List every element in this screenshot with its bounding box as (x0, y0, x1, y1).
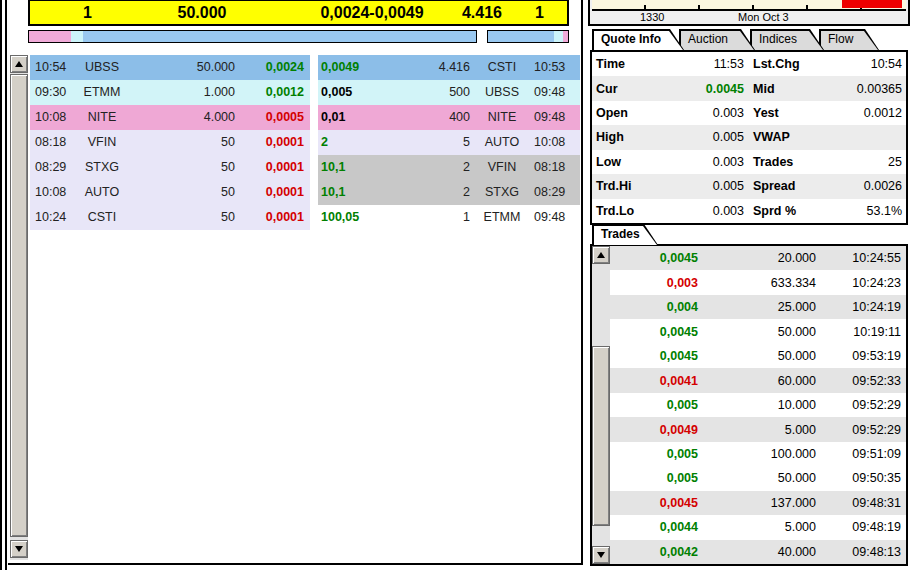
column-gap (310, 80, 318, 105)
quote-field-value: 0.0012 (822, 106, 906, 120)
quote-field-label: Trd.Hi (592, 179, 656, 193)
arrow-down-icon (15, 546, 23, 552)
tab-label: Quote Info (601, 32, 661, 46)
ask-price: 10,1 (318, 180, 410, 205)
tab-quote-info[interactable]: Quote Info (592, 29, 684, 50)
quote-field-label: Mid (744, 82, 822, 96)
market-depth-row[interactable]: 08:29 STXG 50 0,0001 10,1 2 VFIN 08:18 (30, 155, 580, 180)
trade-price: 0,0042 (610, 545, 698, 559)
bid-size: 4.000 (130, 105, 240, 130)
trade-size: 5.000 (698, 423, 816, 437)
depth-segment-cyan (71, 31, 83, 42)
trade-size: 50.000 (698, 349, 816, 363)
ask-quote-time: 09:48 (530, 105, 580, 130)
ask-market-maker: STXG (474, 180, 530, 205)
tab-trades[interactable]: Trades (592, 224, 658, 245)
quote-field-value: 0.005 (656, 179, 744, 193)
quote-field-value: 53.1% (822, 204, 906, 218)
trade-size: 60.000 (698, 374, 816, 388)
bid-quote-time: 10:24 (30, 205, 74, 230)
tab-auction[interactable]: Auction (679, 29, 755, 50)
trade-row: 0,005 100.000 09:51:09 (610, 442, 906, 466)
ask-size: 1 (410, 205, 474, 230)
quote-info-row: Open 0.003 Yest 0.0012 (592, 101, 906, 125)
trade-price: 0,003 (610, 276, 698, 290)
trade-price: 0,0041 (610, 374, 698, 388)
market-depth-row[interactable]: 10:08 AUTO 50 0,0001 10,1 2 STXG 08:29 (30, 180, 580, 205)
trade-time: 10:24:19 (816, 300, 906, 314)
column-gap (310, 55, 318, 80)
depth-segment-blue (488, 31, 554, 42)
tab-flow[interactable]: Flow (819, 29, 879, 50)
ask-size: 2 (410, 180, 474, 205)
trades-scrollbar-thumb[interactable] (592, 346, 610, 526)
market-depth-row[interactable]: 10:54 UBSS 50.000 0,0024 0,0049 4.416 CS… (30, 55, 580, 80)
market-depth-row[interactable]: 08:18 VFIN 50 0,0001 2 5 AUTO 10:08 (30, 130, 580, 155)
quote-info-row: Cur 0.0045 Mid 0.00365 (592, 76, 906, 100)
quote-field-value: 0.003 (656, 204, 744, 218)
trade-time: 09:53:19 (816, 349, 906, 363)
bid-mm-count: 1 (60, 2, 115, 24)
depth-scrollbar-thumb[interactable] (10, 74, 28, 537)
bid-price: 0,0024 (240, 55, 310, 80)
depth-scroll-down-button[interactable] (10, 540, 28, 558)
trades-scroll-up-button[interactable] (592, 246, 610, 264)
trades-panel: 0,0045 20.000 10:24:55 0,003 633.334 10:… (590, 244, 908, 566)
depth-segment-pink (563, 31, 568, 42)
market-depth-row[interactable]: 10:08 NITE 4.000 0,0005 0,01 400 NITE 09… (30, 105, 580, 130)
trade-time: 09:48:31 (816, 496, 906, 510)
ask-size: 2 (410, 155, 474, 180)
window-frame-edge (0, 0, 2, 570)
ask-price: 0,01 (318, 105, 410, 130)
trade-price: 0,0045 (610, 349, 698, 363)
trade-size: 50.000 (698, 325, 816, 339)
trade-time: 10:24:23 (816, 276, 906, 290)
bid-price: 0,0012 (240, 80, 310, 105)
quote-field-value: 0.0045 (656, 82, 744, 96)
market-depth-row[interactable]: 10:24 CSTI 50 0,0001 100,05 1 ETMM 09:48 (30, 205, 580, 230)
chart-plot-area (592, 0, 906, 11)
depth-ratio-bars (28, 30, 569, 43)
depth-segment-cyan (554, 31, 563, 42)
bid-size: 50.000 (130, 55, 240, 80)
quote-field-value: 0.003 (656, 155, 744, 169)
trade-price: 0,0049 (610, 423, 698, 437)
ask-mm-count: 1 (512, 2, 567, 24)
ask-quote-time: 10:08 (530, 130, 580, 155)
quote-field-label: Low (592, 155, 656, 169)
ask-quote-time: 10:53 (530, 55, 580, 80)
quote-field-label: High (592, 130, 656, 144)
column-gap (310, 105, 318, 130)
depth-segment-pink (29, 31, 71, 42)
trade-time: 10:19:11 (816, 325, 906, 339)
quote-info-panel: Time 11:53 Lst.Chg 10:54 Cur 0.0045 Mid … (590, 50, 908, 225)
quote-info-row: Low 0.003 Trades 25 (592, 150, 906, 174)
ask-price: 10,1 (318, 155, 410, 180)
trade-time: 09:52:29 (816, 398, 906, 412)
trade-price: 0,0045 (610, 496, 698, 510)
ask-price: 0,005 (318, 80, 410, 105)
quote-field-value: 25 (822, 155, 906, 169)
arrow-up-icon (15, 61, 23, 67)
chart-time-tick: 1330 (640, 11, 664, 23)
quote-field-value: 10:54 (822, 57, 906, 71)
quote-info-row: Trd.Hi 0.005 Spread 0.0026 (592, 174, 906, 198)
trade-size: 40.000 (698, 545, 816, 559)
ask-size: 400 (410, 105, 474, 130)
tab-indices[interactable]: Indices (750, 29, 824, 50)
quote-field-label: Open (592, 106, 656, 120)
market-depth-row[interactable]: 09:30 ETMM 1.000 0,0012 0,005 500 UBSS 0… (30, 80, 580, 105)
bid-quote-time: 10:54 (30, 55, 74, 80)
ask-depth-bar (487, 30, 569, 43)
tab-label: Flow (828, 32, 853, 46)
intraday-chart-panel: 1330 Mon Oct 3 (588, 0, 910, 26)
trades-scroll-down-button[interactable] (592, 546, 610, 564)
trades-tab-bar: Trades (592, 224, 653, 245)
trade-time: 09:52:29 (816, 423, 906, 437)
depth-scroll-up-button[interactable] (10, 55, 28, 73)
trade-row: 0,0041 60.000 09:52:33 (610, 368, 906, 392)
ask-price: 100,05 (318, 205, 410, 230)
ask-size: 4.416 (410, 55, 474, 80)
column-gap (310, 180, 318, 205)
trade-price: 0,005 (610, 398, 698, 412)
